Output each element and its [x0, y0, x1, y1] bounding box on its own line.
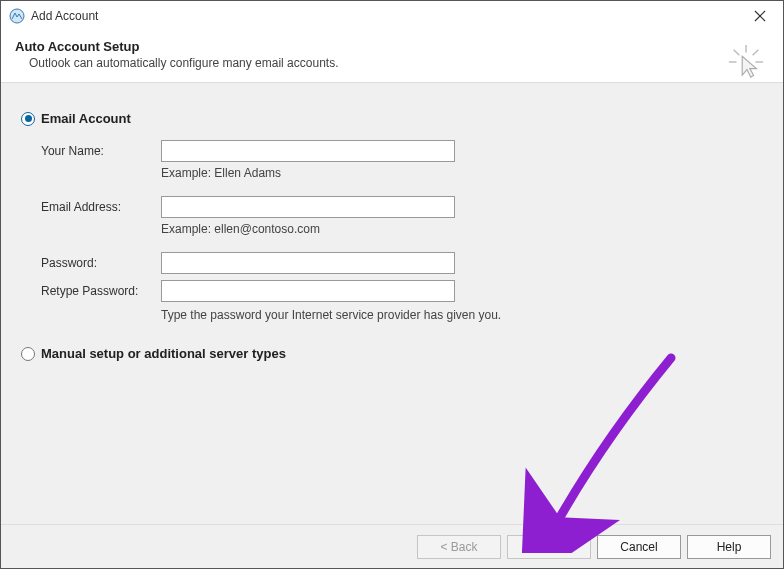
manual-setup-option[interactable]: Manual setup or additional server types [21, 346, 763, 361]
wizard-body: Email Account Your Name: Example: Ellen … [1, 83, 783, 524]
email-account-form: Your Name: Example: Ellen Adams Email Ad… [41, 140, 763, 322]
your-name-label: Your Name: [41, 144, 161, 158]
radio-icon [21, 347, 35, 361]
next-button: Next > [507, 535, 591, 559]
wizard-heading: Auto Account Setup [15, 39, 769, 54]
click-cursor-icon [727, 43, 765, 81]
password-hint: Type the password your Internet service … [161, 308, 763, 322]
cancel-button[interactable]: Cancel [597, 535, 681, 559]
add-account-window: Add Account Auto Account Setup Outlook c… [0, 0, 784, 569]
email-account-label: Email Account [41, 111, 131, 126]
svg-line-6 [734, 50, 740, 56]
svg-line-7 [753, 50, 759, 56]
wizard-footer: < Back Next > Cancel Help [1, 524, 783, 568]
email-label: Email Address: [41, 200, 161, 214]
email-input[interactable] [161, 196, 455, 218]
email-account-option[interactable]: Email Account [21, 111, 763, 126]
outlook-app-icon [9, 8, 25, 24]
window-title: Add Account [31, 9, 737, 23]
back-button: < Back [417, 535, 501, 559]
password-label: Password: [41, 256, 161, 270]
wizard-subheading: Outlook can automatically configure many… [29, 56, 769, 70]
retype-password-label: Retype Password: [41, 284, 161, 298]
close-button[interactable] [737, 1, 783, 31]
email-example: Example: ellen@contoso.com [161, 222, 320, 236]
radio-icon [21, 112, 35, 126]
wizard-header: Auto Account Setup Outlook can automatic… [1, 31, 783, 83]
arrow-annotation-icon [511, 353, 681, 553]
password-input[interactable] [161, 252, 455, 274]
manual-setup-label: Manual setup or additional server types [41, 346, 286, 361]
help-button[interactable]: Help [687, 535, 771, 559]
your-name-input[interactable] [161, 140, 455, 162]
close-icon [754, 10, 766, 22]
retype-password-input[interactable] [161, 280, 455, 302]
titlebar: Add Account [1, 1, 783, 31]
your-name-example: Example: Ellen Adams [161, 166, 281, 180]
